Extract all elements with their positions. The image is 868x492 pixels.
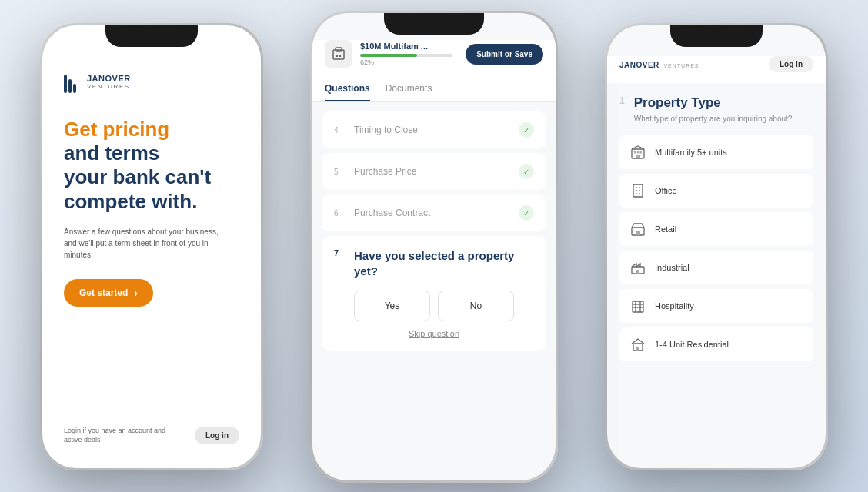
svg-rect-25 [636, 347, 639, 351]
tab-documents[interactable]: Documents [386, 83, 432, 101]
mid-header: $10M Multifam ... 62% Submit or Save [312, 40, 556, 75]
property-item-multifamily[interactable]: Multifamily 5+ units [619, 135, 813, 169]
hero-line4: compete with. [64, 190, 239, 214]
mid-screen-content: $10M Multifam ... 62% Submit or Save Que… [312, 13, 556, 480]
svg-rect-8 [634, 151, 636, 154]
footer-login-text: Login if you have an account and active … [64, 426, 172, 445]
check-circle-5: ✓ [519, 164, 534, 179]
svg-rect-13 [636, 187, 637, 188]
logo-ventures: VENTURES [87, 84, 131, 90]
right-login-button[interactable]: Log in [769, 56, 813, 72]
office-building-icon [630, 183, 646, 198]
submit-save-button[interactable]: Submit or Save [466, 44, 543, 65]
building-icon [331, 46, 346, 62]
get-started-button[interactable]: Get started › [64, 279, 153, 307]
property-item-residential[interactable]: 1-4 Unit Residential [619, 327, 813, 361]
right-notch [670, 25, 763, 47]
hero-line3: your bank can't [64, 165, 239, 189]
property-item-industrial[interactable]: Industrial [619, 251, 813, 284]
deal-title-area: $10M Multifam ... 62% [360, 42, 458, 66]
mid-tabs: Questions Documents [312, 75, 556, 102]
left-screen-content: JANOVER VENTURES Get pricing and terms y… [42, 25, 261, 468]
answer-row: Yes No [334, 291, 534, 321]
industrial-icon [629, 258, 647, 277]
check-circle-4: ✓ [519, 122, 534, 138]
residential-label: 1-4 Unit Residential [655, 340, 729, 349]
right-phone-screen: JANOVER VENTURES Log in 1 Property Type … [607, 25, 826, 468]
question-num-4: 4 [334, 126, 345, 135]
svg-rect-10 [640, 151, 643, 154]
answer-no-button[interactable]: No [438, 291, 514, 321]
residential-icon [629, 335, 647, 354]
svg-rect-4 [336, 48, 342, 51]
industrial-building-icon [630, 260, 646, 275]
question-row-5[interactable]: 5 Purchase Price ✓ [322, 153, 546, 190]
question-active-7: 7 Have you selected a property yet? Yes … [322, 236, 546, 351]
section-title: Property Type [634, 95, 793, 111]
question-label-5: Purchase Price [354, 166, 509, 177]
question-active-text: Have you selected a property yet? [354, 248, 534, 278]
retail-icon [629, 220, 647, 238]
multifamily-building-icon [630, 145, 646, 160]
hero-line2: and terms [64, 141, 239, 165]
retail-building-icon [630, 221, 646, 237]
question-label-6: Purchase Contract [354, 208, 509, 218]
right-logo: JANOVER VENTURES [619, 60, 699, 69]
deal-name: $10M Multifam ... [360, 42, 458, 51]
industrial-label: Industrial [655, 263, 689, 272]
svg-rect-5 [336, 55, 338, 57]
arrow-icon: › [134, 287, 138, 299]
right-header: JANOVER VENTURES Log in [607, 56, 826, 83]
property-item-hospitality[interactable]: Hospitality [619, 289, 813, 323]
question-label-4: Timing to Close [354, 125, 509, 135]
janover-logo-icon [64, 71, 81, 93]
section-subtitle: What type of property are you inquiring … [634, 114, 793, 125]
skip-question-link[interactable]: Skip question [334, 329, 534, 338]
office-label: Office [655, 186, 677, 195]
hero-subtitle: Answer a few questions about your busine… [64, 226, 233, 261]
question-num-5: 5 [334, 168, 345, 176]
question-num-6: 6 [334, 209, 345, 218]
footer-login-button[interactable]: Log in [195, 427, 239, 444]
hospitality-building-icon [630, 298, 646, 314]
question-active-num: 7 [334, 248, 345, 258]
svg-rect-18 [639, 193, 640, 194]
answer-yes-button[interactable]: Yes [354, 291, 430, 321]
right-phone: JANOVER VENTURES Log in 1 Property Type … [605, 23, 828, 470]
svg-rect-2 [73, 84, 76, 93]
mid-phone: $10M Multifam ... 62% Submit or Save Que… [310, 11, 558, 483]
logo-text: JANOVER VENTURES [87, 75, 131, 90]
svg-rect-3 [333, 50, 344, 59]
svg-rect-20 [636, 231, 640, 235]
right-screen-content: JANOVER VENTURES Log in 1 Property Type … [607, 25, 826, 468]
hero-line1: Get pricing [64, 118, 239, 141]
logo-area: JANOVER VENTURES [64, 71, 239, 93]
check-circle-6: ✓ [519, 205, 534, 221]
svg-rect-22 [636, 270, 639, 274]
question-row-4[interactable]: 4 Timing to Close ✓ [322, 111, 546, 148]
svg-rect-17 [636, 193, 637, 194]
left-notch [105, 25, 198, 47]
right-content: 1 Property Type What type of property ar… [607, 83, 826, 468]
property-item-office[interactable]: Office [619, 174, 813, 208]
progress-pct: 62% [360, 58, 458, 66]
mid-phone-screen: $10M Multifam ... 62% Submit or Save Que… [312, 13, 556, 480]
questions-list: 4 Timing to Close ✓ 5 Purchase Price ✓ 6… [312, 102, 556, 465]
scene: JANOVER VENTURES Get pricing and terms y… [0, 0, 868, 492]
multifamily-icon [629, 143, 647, 161]
svg-rect-12 [633, 184, 643, 197]
progress-bar [360, 54, 452, 57]
multifamily-label: Multifamily 5+ units [655, 148, 727, 157]
property-type-list: Multifamily 5+ units [619, 135, 813, 361]
retail-label: Retail [655, 224, 676, 234]
question-row-6[interactable]: 6 Purchase Contract ✓ [322, 194, 546, 231]
logo-name: JANOVER [87, 75, 131, 83]
svg-rect-15 [636, 190, 637, 191]
svg-rect-1 [68, 79, 72, 93]
question-active-header: 7 Have you selected a property yet? [334, 248, 534, 278]
left-phone: JANOVER VENTURES Get pricing and terms y… [40, 23, 263, 470]
svg-rect-23 [633, 301, 643, 312]
tab-questions[interactable]: Questions [325, 83, 370, 101]
section-title-area: Property Type What type of property are … [634, 95, 793, 125]
property-item-retail[interactable]: Retail [619, 212, 813, 246]
